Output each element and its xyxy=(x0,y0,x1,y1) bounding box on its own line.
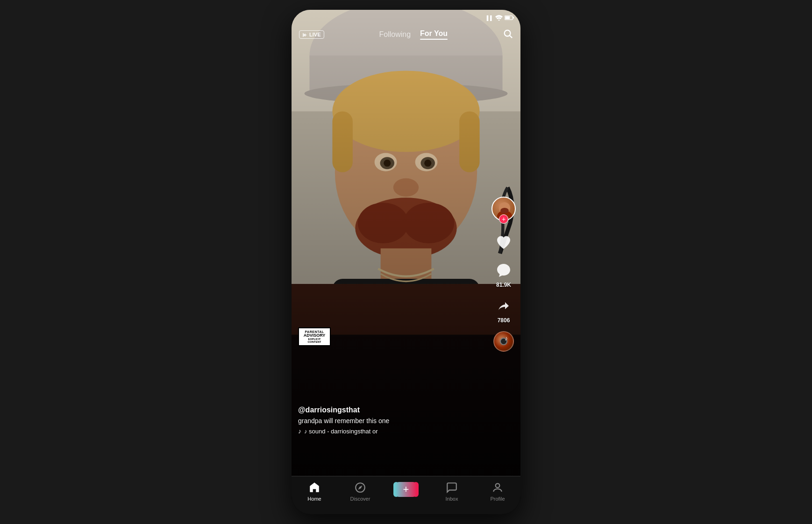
share-button[interactable]: 7806 xyxy=(493,296,514,324)
profile-icon xyxy=(491,481,504,494)
nav-tabs: Following For You xyxy=(379,29,448,40)
bottom-navigation: Home Discover + Inbox xyxy=(292,476,520,514)
svg-line-10 xyxy=(510,35,512,38)
status-bar: ▌▌ xyxy=(292,10,520,24)
like-button[interactable] xyxy=(493,232,514,253)
share-count: 7806 xyxy=(498,317,510,324)
nav-inbox[interactable]: Inbox xyxy=(429,481,475,502)
live-button[interactable]: LIVE xyxy=(299,30,324,39)
battery-icon xyxy=(505,15,514,21)
creator-username[interactable]: @darriosingsthat xyxy=(298,406,481,414)
sound-info[interactable]: ♪ ♪ sound - darriosingsthat or xyxy=(298,427,481,435)
video-area[interactable]: PARENTAL ADVISORY EXPLICIT CONTENT + xyxy=(292,10,520,477)
top-navigation: LIVE Following For You xyxy=(292,23,520,46)
live-label: LIVE xyxy=(309,32,321,37)
nav-discover[interactable]: Discover xyxy=(337,481,383,502)
music-disc[interactable]: ♪ xyxy=(493,331,514,352)
profile-label: Profile xyxy=(490,496,505,502)
sound-name: ♪ sound - darriosingsthat or xyxy=(304,428,378,435)
discover-icon xyxy=(354,481,367,494)
create-button[interactable]: + xyxy=(395,482,417,497)
pa-line2: ADVISORY xyxy=(302,333,327,338)
comment-icon xyxy=(493,260,514,281)
svg-text:♪: ♪ xyxy=(505,334,508,342)
parental-advisory-sticker: PARENTAL ADVISORY EXPLICIT CONTENT xyxy=(298,327,331,346)
right-actions: + 81.9K xyxy=(491,197,516,352)
wifi-icon xyxy=(495,15,503,21)
video-info: @darriosingsthat grandpa will remember t… xyxy=(292,406,488,435)
inbox-icon xyxy=(445,481,458,494)
comment-count: 81.9K xyxy=(496,282,511,288)
search-button[interactable] xyxy=(503,28,513,41)
svg-rect-2 xyxy=(513,17,514,18)
heart-icon xyxy=(493,232,514,253)
svg-point-0 xyxy=(498,20,499,21)
tab-for-you[interactable]: For You xyxy=(420,29,448,40)
discover-label: Discover xyxy=(350,496,370,502)
svg-point-39 xyxy=(500,208,509,213)
status-icons: ▌▌ xyxy=(487,15,514,21)
svg-rect-3 xyxy=(505,16,510,19)
nav-home[interactable]: Home xyxy=(292,481,337,502)
share-icon xyxy=(493,296,514,316)
video-caption: grandpa will remember this one xyxy=(298,417,481,425)
comment-button[interactable]: 81.9K xyxy=(493,260,514,288)
tab-following[interactable]: Following xyxy=(379,30,411,39)
music-note-icon: ♪ xyxy=(298,427,301,435)
home-label: Home xyxy=(307,496,321,502)
inbox-label: Inbox xyxy=(446,496,458,502)
home-icon xyxy=(308,481,321,494)
svg-point-9 xyxy=(505,30,511,36)
pa-line3: EXPLICIT CONTENT xyxy=(302,338,327,343)
phone-frame: ▌▌ LIVE Following xyxy=(292,10,520,514)
svg-point-42 xyxy=(496,483,500,488)
plus-icon: + xyxy=(403,484,409,495)
follow-plus-button[interactable]: + xyxy=(499,214,508,224)
creator-avatar[interactable]: + xyxy=(491,197,516,221)
nav-profile[interactable]: Profile xyxy=(475,481,520,502)
signal-icon: ▌▌ xyxy=(487,15,493,21)
nav-create[interactable]: + xyxy=(383,481,429,497)
